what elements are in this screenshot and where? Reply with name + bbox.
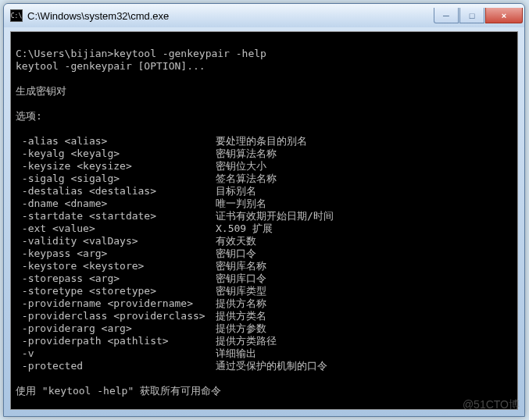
maximize-button[interactable]: □ — [459, 8, 484, 23]
option-desc: 签名算法名称 — [216, 173, 277, 185]
console-area[interactable]: C:\Users\bijian>keytool -genkeypair -hel… — [10, 31, 518, 410]
option-desc: 证书有效期开始日期/时间 — [216, 210, 334, 222]
heading-options: 选项: — [16, 110, 513, 123]
option-row: -keypass <arg>密钥口令 — [16, 247, 513, 260]
option-flag: -startdate <startdate> — [16, 210, 216, 222]
help-hint: 使用 "keytool -help" 获取所有可用命令 — [16, 385, 513, 397]
option-desc: 提供方参数 — [216, 322, 266, 335]
option-flag: -destalias <destalias> — [16, 185, 216, 198]
option-desc: 提供方类路径 — [216, 335, 277, 347]
option-flag: -alias <alias> — [16, 135, 216, 148]
option-flag: -providerclass <providerclass> — [16, 310, 216, 322]
option-row: -providername <providername>提供方名称 — [16, 297, 513, 310]
option-row: -storepass <arg>密钥库口令 — [16, 272, 513, 285]
option-desc: 密钥库类型 — [216, 285, 266, 297]
cmd-icon: C:\ — [10, 9, 23, 22]
close-button[interactable]: × — [485, 8, 523, 23]
option-flag: -keysize <keysize> — [16, 160, 216, 173]
option-flag: -providername <providername> — [16, 297, 216, 310]
option-row: -ext <value>X.509 扩展 — [16, 222, 513, 235]
option-row: -keyalg <keyalg>密钥算法名称 — [16, 148, 513, 160]
option-row: -keysize <keysize>密钥位大小 — [16, 160, 513, 173]
console-content: C:\Users\bijian>keytool -genkeypair -hel… — [11, 32, 517, 410]
option-desc: 密钥算法名称 — [216, 148, 277, 160]
option-flag: -validity <valDays> — [16, 235, 216, 247]
option-flag: -keyalg <keyalg> — [16, 148, 216, 160]
option-flag: -v — [16, 347, 216, 360]
option-desc: 提供方名称 — [216, 297, 266, 310]
window-title: C:\Windows\system32\cmd.exe — [27, 10, 434, 22]
option-flag: -protected — [16, 360, 216, 372]
option-desc: 要处理的条目的别名 — [216, 135, 307, 148]
option-row: -providerarg <arg>提供方参数 — [16, 322, 513, 335]
option-flag: -keystore <keystore> — [16, 260, 216, 272]
usage-line: keytool -genkeypair [OPTION]... — [16, 60, 513, 73]
option-row: -v详细输出 — [16, 347, 513, 360]
option-row: -alias <alias>要处理的条目的别名 — [16, 135, 513, 148]
option-desc: 密钥库名称 — [216, 260, 266, 272]
option-row: -dname <dname>唯一判别名 — [16, 198, 513, 210]
option-desc: 目标别名 — [216, 185, 256, 198]
titlebar[interactable]: C:\ C:\Windows\system32\cmd.exe ─ □ × — [4, 4, 524, 27]
option-desc: 提供方类名 — [216, 310, 266, 322]
option-flag: -dname <dname> — [16, 198, 216, 210]
cmd-window: C:\ C:\Windows\system32\cmd.exe ─ □ × C:… — [3, 3, 525, 417]
option-desc: X.509 扩展 — [216, 222, 273, 235]
option-row: -protected通过受保护的机制的口令 — [16, 360, 513, 372]
option-flag: -sigalg <sigalg> — [16, 173, 216, 185]
option-row: -validity <valDays>有效天数 — [16, 235, 513, 247]
option-row: -keystore <keystore>密钥库名称 — [16, 260, 513, 272]
heading-generate: 生成密钥对 — [16, 85, 513, 98]
option-row: -providerclass <providerclass>提供方类名 — [16, 310, 513, 322]
option-row: -storetype <storetype>密钥库类型 — [16, 285, 513, 297]
minimize-button[interactable]: ─ — [434, 8, 459, 23]
option-flag: -providerpath <pathlist> — [16, 335, 216, 347]
window-controls: ─ □ × — [434, 8, 523, 23]
watermark: @51CTO博 — [463, 398, 520, 412]
option-desc: 有效天数 — [216, 235, 256, 247]
option-desc: 详细输出 — [216, 347, 256, 360]
option-row: -destalias <destalias>目标别名 — [16, 185, 513, 198]
option-flag: -keypass <arg> — [16, 247, 216, 260]
option-desc: 密钥口令 — [216, 247, 256, 260]
option-desc: 通过受保护的机制的口令 — [216, 360, 327, 372]
option-row: -startdate <startdate>证书有效期开始日期/时间 — [16, 210, 513, 222]
option-desc: 唯一判别名 — [216, 198, 266, 210]
option-flag: -providerarg <arg> — [16, 322, 216, 335]
option-row: -sigalg <sigalg>签名算法名称 — [16, 173, 513, 185]
option-flag: -storepass <arg> — [16, 272, 216, 285]
option-row: -providerpath <pathlist>提供方类路径 — [16, 335, 513, 347]
prompt-line: C:\Users\bijian>keytool -genkeypair -hel… — [16, 48, 513, 60]
option-flag: -storetype <storetype> — [16, 285, 216, 297]
option-desc: 密钥库口令 — [216, 272, 266, 285]
option-desc: 密钥位大小 — [216, 160, 266, 173]
option-flag: -ext <value> — [16, 222, 216, 235]
